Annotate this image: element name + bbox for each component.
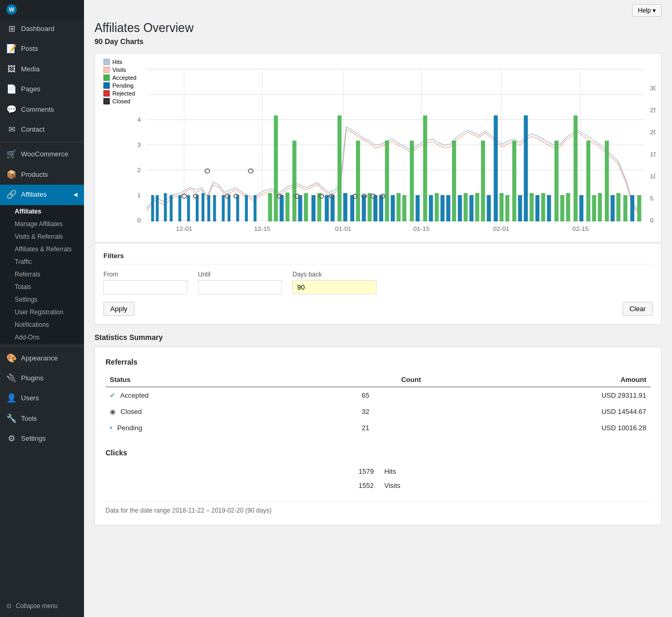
filter-from: From xyxy=(103,271,187,294)
sidebar-item-users[interactable]: 👤 Users xyxy=(0,388,84,408)
svg-rect-34 xyxy=(170,195,173,221)
svg-rect-57 xyxy=(338,115,342,221)
page-title: Affiliates Overview xyxy=(94,21,662,35)
svg-rect-104 xyxy=(623,195,627,221)
svg-rect-82 xyxy=(487,195,491,221)
sidebar-item-comments[interactable]: 💬 Comments xyxy=(0,100,84,120)
wp-logo[interactable]: W xyxy=(0,0,84,19)
chart-legend: Hits Visits Accepted Pending Rejected Cl… xyxy=(103,59,136,104)
sidebar-sub-user-registration[interactable]: User Registration xyxy=(0,306,84,318)
sidebar-sub-visits-referrals[interactable]: Visits & Referrals xyxy=(0,230,84,243)
svg-rect-32 xyxy=(156,195,159,221)
contact-icon: ✉ xyxy=(6,124,17,135)
svg-rect-65 xyxy=(385,141,389,221)
svg-rect-56 xyxy=(331,195,335,221)
sidebar-item-affiliates[interactable]: 🔗 Affiliates ◀ xyxy=(0,185,84,205)
sidebar-item-settings[interactable]: ⚙ Settings xyxy=(0,429,84,449)
appearance-icon: 🎨 xyxy=(6,353,17,364)
svg-rect-66 xyxy=(391,195,395,221)
col-status: Status xyxy=(106,374,306,387)
svg-rect-68 xyxy=(402,195,406,221)
sidebar-item-pages[interactable]: 📄 Pages xyxy=(0,79,84,99)
sidebar-item-posts[interactable]: 📝 Posts xyxy=(0,39,84,59)
sidebar-item-plugins[interactable]: 🔌 Plugins xyxy=(0,368,84,388)
sidebar-item-media[interactable]: 🖼 Media xyxy=(0,59,84,79)
help-button[interactable]: Help ▾ xyxy=(632,4,662,17)
sidebar-item-appearance[interactable]: 🎨 Appearance xyxy=(0,348,84,368)
svg-rect-93 xyxy=(554,141,559,221)
svg-rect-38 xyxy=(202,193,205,221)
clear-button[interactable]: Clear xyxy=(623,302,653,316)
svg-rect-106 xyxy=(637,195,642,221)
visits-label: Visits xyxy=(378,478,650,493)
users-icon: 👤 xyxy=(6,392,17,404)
pending-count: 21 xyxy=(306,420,425,436)
svg-rect-76 xyxy=(452,141,456,221)
svg-rect-72 xyxy=(429,195,433,221)
until-input[interactable] xyxy=(198,280,282,294)
sidebar-item-dashboard[interactable]: ⊞ Dashboard xyxy=(0,19,84,39)
dashboard-icon: ⊞ xyxy=(6,23,17,35)
clicks-table: 1579 Hits 1552 Visits xyxy=(106,464,650,493)
svg-rect-49 xyxy=(286,193,290,221)
chart-svg: 0 1 2 3 4 0 5 10 15 20 25 30 12-01 12-15… xyxy=(100,59,656,237)
from-input[interactable] xyxy=(103,280,187,294)
sidebar-sub-add-ons[interactable]: Add-Ons xyxy=(0,331,84,344)
sidebar-item-tools[interactable]: 🔧 Tools xyxy=(0,409,84,429)
svg-rect-51 xyxy=(298,195,302,221)
table-row: • Pending 21 USD 10016.28 xyxy=(106,420,650,436)
svg-rect-102 xyxy=(611,195,615,221)
svg-rect-89 xyxy=(530,193,534,221)
svg-rect-59 xyxy=(350,195,354,221)
svg-rect-36 xyxy=(187,195,190,221)
pages-icon: 📄 xyxy=(6,83,17,95)
svg-text:30: 30 xyxy=(650,85,656,91)
tools-icon: 🔧 xyxy=(6,413,17,424)
topbar: Help ▾ xyxy=(84,0,672,17)
table-row: 1552 Visits xyxy=(106,478,650,493)
svg-text:1: 1 xyxy=(137,192,141,198)
statistics-title: Statistics Summary xyxy=(94,333,662,342)
svg-rect-61 xyxy=(362,195,366,221)
sidebar-sub-affiliates[interactable]: Affiliates xyxy=(0,205,84,218)
closed-circle-icon: ◉ xyxy=(110,408,116,416)
settings-icon: ⚙ xyxy=(6,433,17,444)
svg-rect-81 xyxy=(481,141,485,221)
svg-point-112 xyxy=(248,169,253,173)
sidebar-sub-affiliates-referrals[interactable]: Affiliates & Referrals xyxy=(0,243,84,256)
svg-rect-64 xyxy=(379,195,383,221)
media-icon: 🖼 xyxy=(6,63,17,75)
sidebar-item-contact[interactable]: ✉ Contact xyxy=(0,120,84,140)
svg-rect-73 xyxy=(435,193,439,221)
svg-rect-90 xyxy=(536,195,540,221)
svg-rect-94 xyxy=(560,195,564,221)
svg-rect-37 xyxy=(196,195,199,221)
svg-text:4: 4 xyxy=(137,116,141,122)
sidebar-item-woocommerce[interactable]: 🛒 WooCommerce xyxy=(0,144,84,164)
sidebar-sub-notifications[interactable]: Notifications xyxy=(0,318,84,331)
svg-text:10: 10 xyxy=(650,173,656,179)
svg-rect-95 xyxy=(566,193,570,221)
products-icon: 📦 xyxy=(6,169,17,180)
sidebar-sub-manage-affiliates[interactable]: Manage Affiliates xyxy=(0,218,84,230)
svg-rect-105 xyxy=(631,195,635,221)
svg-text:20: 20 xyxy=(650,129,656,135)
svg-text:15: 15 xyxy=(650,151,656,157)
svg-text:12-01: 12-01 xyxy=(176,226,192,231)
sidebar-sub-referrals[interactable]: Referrals xyxy=(0,268,84,281)
sidebar-sub-totals[interactable]: Totals xyxy=(0,281,84,293)
svg-rect-92 xyxy=(547,195,551,221)
svg-rect-101 xyxy=(605,141,609,221)
svg-rect-46 xyxy=(268,193,272,221)
days-back-input[interactable] xyxy=(292,280,376,294)
collapse-menu-button[interactable]: ⊙ Collapse menu xyxy=(6,599,78,613)
svg-rect-31 xyxy=(151,195,154,221)
svg-rect-85 xyxy=(505,195,509,221)
sidebar-item-products[interactable]: 📦 Products xyxy=(0,165,84,185)
svg-rect-97 xyxy=(580,195,584,221)
sidebar-sub-traffic[interactable]: Traffic xyxy=(0,256,84,268)
sidebar-sub-settings[interactable]: Settings xyxy=(0,293,84,306)
apply-button[interactable]: Apply xyxy=(103,302,134,316)
svg-text:3: 3 xyxy=(137,142,141,147)
svg-rect-33 xyxy=(164,193,167,221)
